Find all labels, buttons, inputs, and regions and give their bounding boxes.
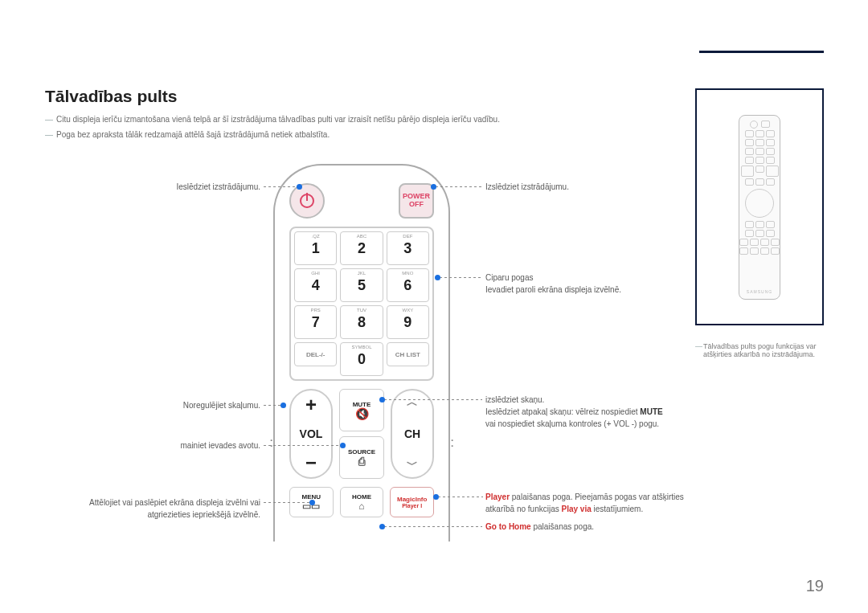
callout-digits: Ciparu pogas Ievadiet paroli ekrāna disp… <box>485 272 621 296</box>
source-icon: ⎙ <box>358 456 365 467</box>
home-label: HOME <box>352 493 371 501</box>
power-off-label-2: OFF <box>409 201 424 209</box>
callout-mute: izslēdziet skaņu. Ieslēdziet atpakaļ ska… <box>485 394 710 430</box>
key-8[interactable]: TUV8 <box>340 305 383 339</box>
key-9[interactable]: WXY9 <box>387 305 429 339</box>
mini-brand: SAMSUNG <box>747 289 772 294</box>
callout-mute-title: izslēdziet skaņu. <box>485 395 544 404</box>
note-1: Citu displeja ierīču izmantošana vienā t… <box>45 112 707 126</box>
key-chlist[interactable]: CH LIST <box>387 342 429 366</box>
callout-player-end: iestatījumiem. <box>592 505 643 513</box>
callout-source: mainiet ievades avotu. <box>45 439 260 452</box>
callout-power-on: Ieslēdziet izstrādājumu. <box>45 181 260 193</box>
ch-label: CH <box>404 427 420 440</box>
callout-mute-l1-pre: Ieslēdziet atpakaļ skaņu: vēlreiz nospie… <box>485 407 640 416</box>
notes-block: Citu displeja ierīču izmantošana vienā t… <box>45 112 707 143</box>
power-on-button[interactable] <box>289 183 325 219</box>
callout-power-off: Izslēdziet izstrādājumu. <box>485 181 569 193</box>
magicinfo-button[interactable]: MagicInfo Player I <box>390 487 434 517</box>
page-title: Tālvadības pults <box>45 87 178 106</box>
side-note: Tālvadības pults pogu funkcijas var atšķ… <box>695 342 824 358</box>
dots-right-icon: ⠅ <box>450 439 457 450</box>
callout-vol: Noregulējiet skaļumu. <box>45 399 260 411</box>
key-del[interactable]: DEL-/- <box>294 342 337 366</box>
callout-mute-l2: vai nospiediet skaļuma kontroles (+ VOL … <box>485 419 659 428</box>
key-7[interactable]: PRS7 <box>294 305 337 339</box>
dots-left-icon: ⠅ <box>269 439 276 450</box>
callout-home-pre: Go to Home <box>485 522 531 531</box>
key-3[interactable]: DEF3 <box>387 231 429 265</box>
volume-rocker[interactable]: + VOL − <box>289 389 333 479</box>
callout-home: Go to Home palaišanas poga. <box>485 521 594 533</box>
callout-mute-bold: MUTE <box>640 407 662 416</box>
key-2[interactable]: ABC2 <box>340 231 383 265</box>
note-2: Poga bez apraksta tālāk redzamajā attēlā… <box>45 128 707 141</box>
callout-menu: Attēlojiet vai paslēpiet ekrāna displeja… <box>45 497 260 521</box>
callout-player-bold: Play via <box>562 505 592 513</box>
home-icon: ⌂ <box>358 501 364 512</box>
number-keypad: .QZ1 ABC2 DEF3 GHI4 JKL5 MNO6 PRS7 TUV8 … <box>289 227 434 381</box>
mute-button[interactable]: MUTE 🔇 <box>339 389 384 431</box>
mini-remote-box: SAMSUNG <box>695 88 824 325</box>
page-number: 19 <box>806 577 824 595</box>
remote-outline: POWER OFF .QZ1 ABC2 DEF3 GHI4 JKL5 MNO6 … <box>273 164 450 541</box>
channel-rocker[interactable]: ︿ CH ﹀ <box>391 389 434 479</box>
power-icon <box>300 194 314 208</box>
callout-digits-title: Ciparu pogas <box>485 273 533 282</box>
key-5[interactable]: JKL5 <box>340 268 383 302</box>
ch-up-icon: ︿ <box>407 395 418 410</box>
vol-up-icon: + <box>305 395 317 415</box>
mute-icon: 🔇 <box>355 408 369 419</box>
vol-down-icon: − <box>305 453 317 472</box>
callout-home-end: palaišanas poga. <box>531 522 594 531</box>
power-off-button[interactable]: POWER OFF <box>399 183 434 219</box>
callout-player: Player palaišanas poga. Pieejamās pogas … <box>485 491 710 515</box>
key-4[interactable]: GHI4 <box>294 268 337 302</box>
top-rule <box>699 51 824 53</box>
vol-label: VOL <box>300 427 323 440</box>
mini-remote: SAMSUNG <box>739 115 780 300</box>
key-1[interactable]: .QZ1 <box>294 231 337 265</box>
callout-digits-body: Ievadiet paroli ekrāna displeja izvēlnē. <box>485 285 621 294</box>
callout-player-pre: Player <box>485 492 510 501</box>
source-button[interactable]: SOURCE ⎙ <box>339 436 384 479</box>
key-6[interactable]: MNO6 <box>387 268 429 302</box>
magicinfo-label-1: MagicInfo <box>397 496 427 503</box>
ch-down-icon: ﹀ <box>407 458 418 472</box>
home-button[interactable]: HOME ⌂ <box>340 487 384 517</box>
key-0[interactable]: SYMBOL0 <box>340 342 383 376</box>
magicinfo-label-2: Player I <box>402 503 422 509</box>
